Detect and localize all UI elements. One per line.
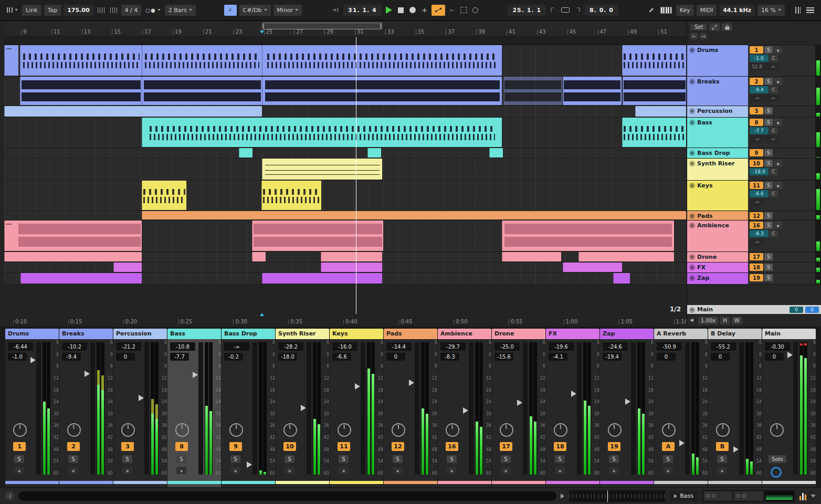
pan-knob[interactable] [282, 422, 298, 438]
track-number[interactable]: 1 [750, 46, 763, 54]
arm-button[interactable]: ● [774, 160, 782, 167]
mixer-channel-pads[interactable]: Pads-14.4060612182430364248546012S● [384, 329, 437, 487]
clip-ambience[interactable] [252, 220, 384, 251]
monitor-button[interactable]: ● [68, 467, 78, 474]
pan-display[interactable]: -7.7 [170, 353, 189, 361]
pan-value[interactable]: -18.0 [750, 168, 769, 175]
clip-breaks[interactable] [20, 77, 142, 105]
tap-tempo-button[interactable]: Tap [44, 5, 61, 16]
time-signature-display[interactable]: 4 / 4 [121, 5, 142, 16]
clip-drums[interactable]: ... [4, 45, 18, 76]
pan-knob[interactable] [175, 423, 190, 437]
volume-display[interactable]: -28.2 [278, 342, 303, 351]
fader-handle[interactable] [517, 400, 522, 406]
disclosure-icon[interactable]: ▾ [689, 47, 695, 53]
selected-track-indicator[interactable]: Bass [670, 491, 698, 501]
clip-breaks[interactable] [623, 77, 686, 105]
pan-knob[interactable] [716, 423, 730, 437]
solo-button[interactable]: S [393, 455, 403, 463]
clip-bass-drop[interactable] [367, 148, 381, 158]
monitor-button[interactable]: ● [230, 467, 240, 474]
track-number[interactable]: 9 [750, 149, 763, 156]
stop-button[interactable] [396, 5, 405, 16]
mixer-channel-drums[interactable]: Drums-6.44-1.06061218243036424854601S● [5, 329, 59, 487]
fader-track[interactable] [577, 342, 582, 475]
fader-track[interactable] [198, 342, 203, 475]
solo-button[interactable]: S [764, 149, 773, 156]
monitor-button[interactable]: ● [501, 467, 511, 474]
pan-display[interactable]: 0 [711, 353, 730, 361]
pan-knob[interactable] [662, 423, 676, 437]
pan-knob[interactable] [337, 423, 352, 437]
send-value[interactable]: -∞ [750, 198, 764, 206]
clip-drone[interactable] [502, 252, 561, 261]
pan-display[interactable]: 0 [765, 353, 784, 361]
set-marker-button[interactable]: Set [690, 24, 707, 30]
clip-bass[interactable] [142, 118, 502, 147]
arm-button[interactable]: ● [774, 119, 782, 126]
clip-bass-drop[interactable] [489, 148, 503, 158]
disclosure-icon[interactable]: ▾ [689, 183, 695, 188]
track-header-percussion[interactable]: ▾Percussion3S [687, 106, 821, 118]
clip-ambience[interactable]: ... [4, 220, 18, 251]
status-text-field[interactable] [18, 491, 556, 501]
cpu-meter[interactable]: 16 % [757, 5, 785, 16]
pan-knob[interactable] [229, 423, 243, 437]
mixer-channel-bass[interactable]: Bass-10.8-7.76061218243036424854608S● [167, 329, 221, 487]
solo-button[interactable]: S [764, 222, 773, 229]
preview-play-icon[interactable] [561, 494, 564, 499]
volume-display[interactable]: -29.7 [440, 342, 466, 351]
view-options-menu[interactable] [5, 5, 19, 16]
expand-chevron[interactable] [811, 495, 816, 498]
arrangement-overview[interactable] [569, 490, 666, 502]
solo-button[interactable]: S [555, 455, 565, 463]
track-lane-synth-riser[interactable] [4, 159, 686, 181]
record-button[interactable] [408, 5, 417, 16]
disclosure-icon[interactable]: ▾ [689, 254, 695, 260]
fader-handle[interactable] [679, 440, 685, 446]
mixer-channel-b-delay[interactable]: B Delay-55.20606121824303642485460BS● [708, 329, 762, 487]
pan-value[interactable]: -8.3 [750, 230, 769, 237]
pan-display[interactable]: -19.4 [603, 353, 622, 361]
fader-handle[interactable] [193, 372, 198, 378]
fader-handle[interactable] [625, 398, 630, 405]
mixer-channel-header[interactable]: B Delay [708, 329, 762, 339]
computer-midi-keyboard-button[interactable] [659, 5, 673, 16]
clip-breaks[interactable] [563, 77, 622, 105]
track-header-breaks[interactable]: ▾Breaks2S●-9.4C-∞-∞ [687, 77, 821, 106]
track-header-bass-drop[interactable]: ▾Bass Drop9S [687, 148, 821, 159]
pan-knob[interactable] [499, 422, 514, 438]
disclosure-icon[interactable]: ▾ [689, 307, 695, 313]
fader-track[interactable] [739, 342, 744, 475]
loop-button[interactable] [560, 5, 571, 16]
track-number[interactable]: 8 [750, 119, 763, 126]
mixer-channel-header[interactable]: Drums [5, 329, 59, 339]
solo-button[interactable]: S [764, 264, 773, 271]
prev-marker-button[interactable]: ← [690, 33, 698, 39]
solo-button[interactable]: S [764, 119, 773, 126]
fader-track[interactable] [469, 342, 473, 475]
track-header-zap[interactable]: ▾Zap19S [687, 273, 821, 285]
fader-handle[interactable] [85, 371, 90, 377]
expand-tracks-button[interactable] [709, 23, 720, 31]
track-lane-keys[interactable] [4, 181, 686, 211]
mixer-channel-header[interactable]: A Reverb [654, 329, 708, 339]
fader-track[interactable] [90, 342, 95, 475]
arm-button[interactable]: ● [774, 78, 782, 85]
mixer-channel-header[interactable]: Breaks [59, 329, 113, 339]
zoom-height-button[interactable]: H [720, 317, 730, 324]
pan-knob[interactable] [607, 422, 623, 438]
volume-display[interactable]: -10.8 [170, 342, 195, 351]
pan-center-button[interactable]: C [770, 190, 778, 197]
disclosure-icon[interactable]: ▾ [689, 213, 695, 219]
send-value[interactable]: 52.8 [750, 63, 764, 70]
automation-mode-button[interactable] [431, 5, 445, 16]
clip-bass[interactable] [622, 118, 686, 147]
clip-zap[interactable] [262, 273, 382, 284]
volume-display[interactable]: -25.0 [494, 342, 520, 351]
tempo-display[interactable]: 175.00 [64, 5, 93, 16]
track-header-synth-riser[interactable]: ▾Synth Riser10S●-18.0C [687, 159, 821, 181]
pan-display[interactable]: -6.6 [332, 353, 351, 361]
mixer-channel-header[interactable]: Drone [492, 329, 545, 339]
loop-brace[interactable] [262, 23, 382, 29]
